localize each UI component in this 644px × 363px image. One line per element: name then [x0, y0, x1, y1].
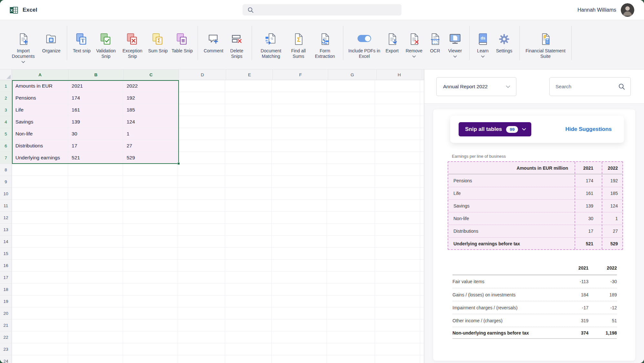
grid-cell[interactable]	[272, 331, 327, 343]
validation-snip-button[interactable]: Validation Snip	[94, 25, 118, 59]
grid-cell[interactable]	[375, 319, 420, 331]
grid-cell[interactable]	[327, 128, 375, 140]
grid-cell[interactable]	[375, 272, 420, 283]
grid-cell[interactable]	[420, 283, 424, 295]
row-header[interactable]: 9	[0, 176, 12, 188]
row-header[interactable]: 12	[0, 212, 12, 224]
grid-cell[interactable]	[178, 128, 225, 140]
chevron-down-icon[interactable]	[453, 55, 457, 58]
grid-cell[interactable]	[327, 248, 375, 260]
row-header[interactable]: 3	[0, 104, 12, 116]
include-pdfs-in-excel-button[interactable]: Include PDFs in Excel	[348, 25, 380, 59]
grid-cell[interactable]	[68, 260, 123, 272]
row-header[interactable]: 19	[0, 295, 12, 307]
chevron-down-icon[interactable]	[412, 55, 416, 58]
grid-cell[interactable]: 27	[123, 140, 178, 152]
grid-cell[interactable]	[68, 164, 123, 176]
grid-cell[interactable]	[178, 212, 225, 224]
grid-cell[interactable]	[420, 248, 424, 260]
grid-cell[interactable]	[178, 104, 225, 116]
panel-search-input[interactable]	[556, 84, 614, 90]
grid-cell[interactable]	[225, 260, 272, 272]
grid-cell[interactable]	[225, 176, 272, 188]
grid-cell[interactable]	[420, 331, 424, 343]
sum-snip-button[interactable]: ΣSum Snip	[147, 25, 169, 54]
column-header[interactable]	[422, 69, 424, 80]
grid-cell[interactable]	[272, 200, 327, 212]
column-header[interactable]: D	[179, 69, 226, 80]
grid-cell[interactable]	[327, 140, 375, 152]
toggle-on-icon[interactable]	[358, 29, 371, 46]
grid-cell[interactable]	[375, 164, 420, 176]
column-header[interactable]: E	[226, 69, 273, 80]
grid-cell[interactable]	[327, 343, 375, 355]
grid-cell[interactable]	[12, 307, 68, 319]
grid-cell[interactable]	[375, 128, 420, 140]
grid-cell[interactable]	[178, 343, 225, 355]
grid-cell[interactable]	[375, 283, 420, 295]
grid-cell[interactable]	[68, 272, 123, 283]
grid-cell[interactable]	[272, 80, 327, 92]
grid-cell[interactable]: 174	[68, 92, 123, 104]
row-header[interactable]: 11	[0, 200, 12, 212]
column-header[interactable]: C	[124, 69, 179, 80]
grid-cell[interactable]	[123, 331, 178, 343]
grid-cell[interactable]	[123, 224, 178, 236]
grid-cell[interactable]	[178, 152, 225, 164]
grid-cell[interactable]	[178, 319, 225, 331]
row-header[interactable]: 8	[0, 164, 12, 176]
grid-cell[interactable]	[327, 283, 375, 295]
grid-cell[interactable]	[327, 212, 375, 224]
grid-cell[interactable]	[225, 164, 272, 176]
grid-cell[interactable]	[375, 307, 420, 319]
column-header[interactable]: G	[328, 69, 377, 80]
grid-cell[interactable]	[178, 140, 225, 152]
grid-cell[interactable]	[420, 80, 424, 92]
grid-cell[interactable]: 124	[123, 116, 178, 128]
row-header[interactable]: 13	[0, 224, 12, 236]
grid-cell[interactable]	[272, 164, 327, 176]
grid-cell[interactable]	[375, 248, 420, 260]
grid-cell[interactable]	[123, 248, 178, 260]
grid-cell[interactable]	[375, 80, 420, 92]
grid-cell[interactable]	[272, 152, 327, 164]
grid-cell[interactable]	[420, 236, 424, 248]
grid-cell[interactable]	[12, 176, 68, 188]
grid-cell[interactable]	[420, 152, 424, 164]
exception-snip-button[interactable]: Exception Snip	[120, 25, 144, 59]
grid-cell[interactable]	[420, 116, 424, 128]
grid-cell[interactable]	[327, 295, 375, 307]
grid-cell[interactable]	[327, 319, 375, 331]
grid-cell[interactable]: Distributions	[12, 140, 68, 152]
grid-cell[interactable]	[12, 224, 68, 236]
grid-cell[interactable]	[420, 295, 424, 307]
grid-cell[interactable]	[375, 355, 420, 363]
grid-cell[interactable]	[375, 116, 420, 128]
grid-cell[interactable]	[123, 164, 178, 176]
grid-cell[interactable]	[178, 176, 225, 188]
grid-cell[interactable]	[12, 248, 68, 260]
grid-cell[interactable]	[375, 236, 420, 248]
grid-cell[interactable]	[272, 188, 327, 200]
grid-cell[interactable]	[272, 283, 327, 295]
grid-cell[interactable]	[420, 128, 424, 140]
row-header[interactable]: 5	[0, 128, 12, 140]
grid-cell[interactable]	[327, 164, 375, 176]
grid-cell[interactable]	[178, 80, 225, 92]
column-header[interactable]: B	[68, 69, 124, 80]
grid-cell[interactable]	[375, 92, 420, 104]
grid-cell[interactable]	[12, 260, 68, 272]
grid-cell[interactable]	[178, 307, 225, 319]
grid-cell[interactable]: 17	[68, 140, 123, 152]
grid-cell[interactable]	[225, 307, 272, 319]
grid-cell[interactable]	[272, 212, 327, 224]
column-header[interactable]: F	[273, 69, 328, 80]
grid-cell[interactable]	[225, 331, 272, 343]
grid-cell[interactable]: Underlying earnings	[12, 152, 68, 164]
grid-cell[interactable]	[178, 236, 225, 248]
grid-cell[interactable]	[225, 200, 272, 212]
grid-cell[interactable]	[68, 319, 123, 331]
grid-cell[interactable]	[225, 188, 272, 200]
grid-cell[interactable]	[12, 212, 68, 224]
grid-cell[interactable]	[375, 260, 420, 272]
